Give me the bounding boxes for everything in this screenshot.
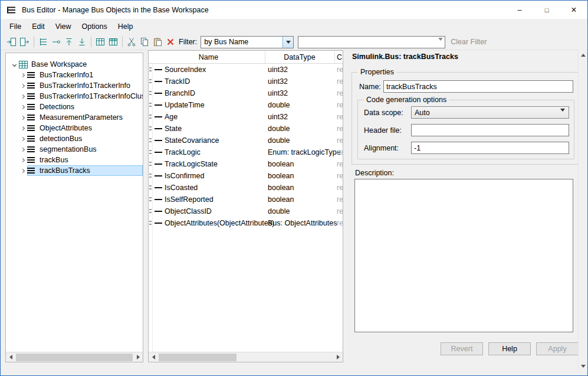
cell-name[interactable]: BranchID [165, 89, 195, 97]
cell-complexity[interactable]: re [337, 207, 343, 215]
import-button[interactable] [5, 35, 18, 48]
move-down-button[interactable] [75, 35, 88, 48]
delete-button[interactable] [164, 35, 176, 48]
scroll-right-button[interactable] [333, 352, 343, 362]
table-row[interactable]: IsCoastedbooleanre [149, 182, 343, 194]
table-view-button[interactable] [94, 35, 106, 48]
scroll-down-button[interactable] [579, 361, 587, 371]
cell-complexity[interactable]: re [337, 195, 343, 204]
header-file-input[interactable] [411, 124, 569, 136]
table-row[interactable]: SourceIndexuint32re [149, 64, 343, 76]
filter-query-combobox[interactable] [298, 36, 445, 48]
cell-datatype[interactable]: double [268, 136, 290, 145]
chevron-right-icon[interactable] [18, 70, 27, 80]
close-button[interactable]: × [560, 1, 587, 19]
scroll-left-button[interactable] [149, 352, 158, 362]
chevron-right-icon[interactable] [18, 133, 27, 144]
cell-datatype[interactable]: boolean [268, 172, 294, 180]
cell-name[interactable]: UpdateTime [165, 101, 205, 109]
cell-datatype[interactable]: Enum: trackLogicType [268, 148, 341, 156]
cell-complexity[interactable]: re [337, 77, 343, 86]
cell-datatype[interactable]: boolean [268, 195, 294, 204]
paste-button[interactable] [151, 35, 163, 48]
tree-item-track-bus-tracks[interactable]: trackBusTracks [6, 165, 143, 176]
cell-complexity[interactable]: re [337, 89, 343, 97]
clear-filter-button[interactable]: Clear Filter [451, 38, 487, 46]
cell-datatype[interactable]: uint32 [268, 89, 288, 97]
scroll-up-button[interactable] [579, 50, 587, 60]
cell-complexity[interactable]: re [337, 160, 343, 168]
chevron-down-icon[interactable] [9, 59, 19, 70]
table-row[interactable]: Statedoublere [149, 123, 343, 135]
cell-name[interactable]: TrackLogicState [165, 160, 218, 168]
menu-edit[interactable]: Edit [27, 21, 50, 32]
chevron-right-icon[interactable] [18, 123, 27, 133]
menu-view[interactable]: View [50, 21, 77, 32]
table-row[interactable]: BranchIDuint32re [149, 87, 343, 99]
cell-complexity[interactable]: re [337, 136, 343, 145]
scrollbar-thumb[interactable] [159, 354, 236, 361]
chevron-right-icon[interactable] [18, 112, 27, 123]
cell-name[interactable]: ObjectClassID [165, 207, 212, 215]
combo-arrow-button[interactable] [438, 41, 443, 49]
cell-complexity[interactable]: re [337, 219, 343, 227]
cell-complexity[interactable]: re [337, 66, 343, 74]
chevron-right-icon[interactable] [18, 80, 27, 91]
menu-file[interactable]: File [4, 21, 27, 32]
add-element-button[interactable] [50, 35, 62, 48]
cell-name[interactable]: StateCovariance [165, 136, 219, 145]
table-row[interactable]: StateCovariancedoublere [149, 135, 343, 146]
tree-item-base-workspace[interactable]: Base Workspace [6, 59, 143, 70]
scroll-left-button[interactable] [6, 352, 15, 362]
tree-item-segmentation-bus[interactable]: segmentationBus [6, 144, 143, 155]
table-row[interactable]: UpdateTimedoublere [149, 99, 343, 111]
help-button[interactable]: Help [488, 342, 531, 355]
cell-name[interactable]: TrackLogic [165, 148, 201, 156]
scrollbar-thumb[interactable] [16, 354, 133, 361]
tree-item-detection-bus[interactable]: detectionBus [6, 133, 143, 144]
chevron-right-icon[interactable] [18, 155, 27, 165]
tree-item-object-attributes[interactable]: ObjectAttributes [6, 123, 143, 133]
tree-horizontal-scrollbar[interactable] [6, 352, 143, 362]
cell-datatype[interactable]: double [268, 207, 290, 215]
tree-item-bus-tracker-info1-tracker-info-clusters[interactable]: BusTrackerInfo1TrackerInfoClusters [6, 91, 143, 102]
dropdown-arrow-button[interactable] [282, 37, 293, 48]
cell-name[interactable]: Age [165, 113, 178, 121]
chevron-right-icon[interactable] [18, 91, 27, 102]
menu-options[interactable]: Options [77, 21, 113, 32]
filter-query-input[interactable] [298, 37, 445, 48]
table-horizontal-scrollbar[interactable] [149, 352, 343, 362]
cell-complexity[interactable]: re [337, 148, 343, 156]
scroll-right-button[interactable] [133, 352, 143, 362]
table-row[interactable]: ObjectAttributes(ObjectAttributes)Bus: O… [149, 217, 343, 229]
cell-datatype[interactable]: double [268, 101, 290, 109]
table-row[interactable]: TrackLogicStatebooleanre [149, 158, 343, 170]
description-textarea[interactable] [354, 179, 573, 332]
cell-complexity[interactable]: re [337, 184, 343, 192]
table-row[interactable]: IsSelfReportedbooleanre [149, 194, 343, 205]
cell-complexity[interactable]: re [337, 101, 343, 109]
name-input[interactable] [383, 80, 573, 93]
cell-name[interactable]: IsCoasted [165, 184, 198, 192]
maximize-button[interactable]: □ [533, 1, 560, 19]
cell-complexity[interactable]: re [337, 125, 343, 133]
revert-button[interactable]: Revert [441, 342, 483, 355]
cell-name[interactable]: IsConfirmed [165, 172, 204, 180]
add-bus-button[interactable] [37, 35, 49, 48]
tree-item-bus-tracker-info1[interactable]: BusTrackerInfo1 [6, 70, 143, 80]
details-vertical-scrollbar[interactable] [578, 49, 587, 372]
cell-datatype[interactable]: boolean [268, 184, 294, 192]
cell-name[interactable]: State [165, 125, 182, 133]
table-row[interactable]: ObjectClassIDdoublere [149, 205, 343, 217]
export-button[interactable] [18, 35, 31, 48]
cell-datatype[interactable]: Bus: ObjectAttributes [268, 219, 337, 227]
tree-item-track-bus[interactable]: trackBus [6, 155, 143, 165]
data-scope-dropdown[interactable]: Auto [411, 106, 569, 119]
cell-datatype[interactable]: boolean [268, 160, 294, 168]
tree-item-bus-tracker-info1-tracker-info[interactable]: BusTrackerInfo1TrackerInfo [6, 80, 143, 91]
tree-item-measurement-parameters[interactable]: MeasurementParameters [6, 112, 143, 123]
table-row[interactable]: IsConfirmedbooleanre [149, 170, 343, 182]
minimize-button[interactable]: – [506, 1, 533, 19]
cell-datatype[interactable]: double [268, 125, 290, 133]
menu-help[interactable]: Help [113, 21, 139, 32]
